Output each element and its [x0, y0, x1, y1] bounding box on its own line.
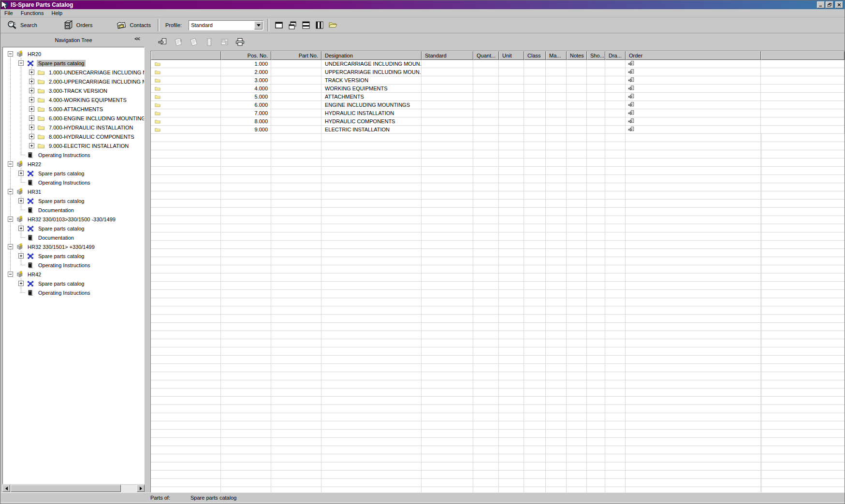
- tree-node-label[interactable]: HR22: [26, 161, 43, 168]
- tree-node-folder[interactable]: 9.000-ELECTRIC INSTALLATION: [3, 141, 144, 150]
- tree-node-hr22[interactable]: HR22: [3, 159, 144, 169]
- tree-node-label[interactable]: 2.000-UPPERCARRIAGE INCLUDING MO: [47, 78, 145, 85]
- tree-node-documentation[interactable]: Documentation: [3, 233, 144, 242]
- add-to-order-button[interactable]: [156, 36, 169, 48]
- tree-expand-toggle[interactable]: [29, 106, 34, 112]
- column-header-unit[interactable]: Unit: [499, 51, 524, 60]
- tree-node-folder[interactable]: 6.000-ENGINE INCLUDING MOUNTINGS: [3, 114, 144, 123]
- search-button[interactable]: Search: [4, 19, 39, 31]
- column-header-pos-no[interactable]: Pos. No.: [221, 51, 271, 60]
- table-row[interactable]: 2.000UPPERCARRIAGE INCLUDING MOUN...: [151, 68, 845, 76]
- tree-expand-toggle[interactable]: [29, 97, 34, 102]
- table-row[interactable]: 6.000ENGINE INCLUDING MOUNTINGS: [151, 101, 845, 109]
- tree-node-folder[interactable]: 5.000-ATTACHMENTS: [3, 104, 144, 114]
- tree-expand-toggle[interactable]: [29, 79, 34, 84]
- table-row[interactable]: 1.000UNDERCARRIAGE INCLUDING MOUN...: [151, 60, 845, 68]
- tree-node-spare-parts-catalog[interactable]: Spare parts catalog: [3, 169, 144, 178]
- tree-node-label[interactable]: 9.000-ELECTRIC INSTALLATION: [47, 143, 130, 149]
- table-row[interactable]: 5.000ATTACHMENTS: [151, 93, 845, 101]
- tree-node-hr32-b[interactable]: HR32 330/1501> +330/1499: [3, 242, 144, 251]
- tree-expand-toggle[interactable]: [18, 281, 24, 286]
- tree-node-documentation[interactable]: Documentation: [3, 205, 144, 215]
- tree-expand-toggle[interactable]: [29, 88, 34, 93]
- add-to-order-icon[interactable]: [627, 118, 635, 125]
- table-row[interactable]: 9.000ELECTRIC INSTALLATION: [151, 126, 845, 134]
- open-folder-button[interactable]: [326, 19, 340, 31]
- tree-node-label[interactable]: Operating Instructions: [37, 289, 92, 296]
- add-to-order-icon[interactable]: [627, 69, 635, 75]
- tree-node-label[interactable]: 7.000-HYDRAULIC INSTALLATION: [47, 124, 134, 131]
- tree-node-hr32-a[interactable]: HR32 330/0103>330/1500 -330/1499: [3, 215, 144, 224]
- copy-document-button[interactable]: [187, 36, 200, 48]
- tree-node-label[interactable]: 8.000-HYDRAULIC COMPONENTS: [47, 133, 136, 140]
- tree-node-label-selected[interactable]: Spare parts catalog: [37, 60, 86, 67]
- tree-expand-toggle[interactable]: [29, 125, 34, 130]
- tree-collapse-toggle[interactable]: [8, 244, 13, 249]
- tree-collapse-toggle[interactable]: [8, 51, 13, 57]
- tree-node-label[interactable]: Documentation: [37, 234, 75, 241]
- tree-node-folder[interactable]: 8.000-HYDRAULIC COMPONENTS: [3, 132, 144, 141]
- tree-node-label[interactable]: Spare parts catalog: [37, 225, 86, 232]
- tree-node-label[interactable]: Spare parts catalog: [37, 198, 86, 204]
- profile-dropdown-button[interactable]: [254, 21, 262, 29]
- print-button[interactable]: [233, 36, 246, 48]
- tree-node-hr20[interactable]: HR20: [3, 49, 144, 58]
- contacts-button[interactable]: Contacts: [114, 19, 152, 31]
- tree-node-operating-instructions[interactable]: Operating Instructions: [3, 150, 144, 159]
- tree-node-hr31[interactable]: HR31: [3, 187, 144, 196]
- tree-node-folder[interactable]: 7.000-HYDRAULIC INSTALLATION: [3, 123, 144, 132]
- tree-expand-toggle[interactable]: [29, 115, 34, 121]
- tree-node-folder[interactable]: 3.000-TRACK VERSION: [3, 86, 144, 95]
- menu-file[interactable]: File: [0, 10, 17, 16]
- orders-button[interactable]: Orders: [60, 19, 95, 31]
- column-header-standard[interactable]: Standard: [422, 51, 473, 60]
- tree-node-folder[interactable]: 1.000-UNDERCARRIAGE INCLUDING MO: [3, 68, 144, 77]
- split-vertical-button[interactable]: [313, 19, 326, 31]
- tree-node-label[interactable]: 1.000-UNDERCARRIAGE INCLUDING MO: [47, 69, 145, 76]
- add-to-order-icon[interactable]: [627, 60, 635, 67]
- filmstrip-button[interactable]: [203, 36, 215, 48]
- tree-node-label[interactable]: Operating Instructions: [37, 179, 92, 186]
- menu-help[interactable]: Help: [47, 10, 66, 16]
- add-to-order-icon[interactable]: [627, 101, 635, 108]
- column-header-dra[interactable]: Dra...: [605, 51, 626, 60]
- column-header-quantity[interactable]: Quant...: [473, 51, 499, 60]
- tree-node-folder[interactable]: 2.000-UPPERCARRIAGE INCLUDING MO: [3, 77, 144, 86]
- tree-collapse-toggle[interactable]: [8, 272, 13, 277]
- table-row[interactable]: 8.000HYDRAULIC COMPONENTS: [151, 117, 845, 126]
- menu-functions[interactable]: Functions: [17, 10, 48, 16]
- add-to-order-icon[interactable]: [627, 85, 635, 92]
- add-to-order-icon[interactable]: [627, 126, 635, 133]
- column-header-sho[interactable]: Sho...: [587, 51, 605, 60]
- scroll-left-button[interactable]: [2, 485, 10, 492]
- image-button[interactable]: [218, 36, 231, 48]
- tree-node-label[interactable]: Spare parts catalog: [37, 253, 86, 259]
- tree-node-label[interactable]: Spare parts catalog: [37, 280, 86, 287]
- split-horizontal-button[interactable]: [299, 19, 313, 31]
- column-header-order[interactable]: Order: [626, 51, 761, 60]
- column-header-notes[interactable]: Notes: [567, 51, 587, 60]
- column-header-icon[interactable]: [151, 51, 221, 60]
- tree-expand-toggle[interactable]: [29, 143, 34, 148]
- column-header-class[interactable]: Class: [524, 51, 546, 60]
- single-window-button[interactable]: [272, 19, 286, 31]
- tree-horizontal-scrollbar[interactable]: [2, 485, 145, 492]
- add-to-order-icon[interactable]: [627, 77, 635, 84]
- column-header-ma[interactable]: Ma...: [546, 51, 567, 60]
- tree-node-label[interactable]: Operating Instructions: [37, 152, 92, 158]
- tree-node-label[interactable]: 4.000-WORKING EQUIPMENTS: [47, 97, 128, 103]
- tree-expand-toggle[interactable]: [29, 70, 34, 75]
- tree-node-folder[interactable]: 4.000-WORKING EQUIPMENTS: [3, 95, 144, 104]
- add-to-order-icon[interactable]: [627, 110, 635, 116]
- tree-expand-toggle[interactable]: [18, 253, 24, 259]
- tree-node-label[interactable]: 3.000-TRACK VERSION: [47, 87, 109, 94]
- tree-node-operating-instructions[interactable]: Operating Instructions: [3, 260, 144, 270]
- tree-collapse-toggle[interactable]: [8, 189, 13, 194]
- add-to-order-icon[interactable]: [627, 93, 635, 100]
- tree-node-label[interactable]: 5.000-ATTACHMENTS: [47, 106, 104, 113]
- tree-node-label[interactable]: HR20: [26, 51, 43, 58]
- tree-collapse-toggle[interactable]: [8, 216, 13, 222]
- tree-node-operating-instructions[interactable]: Operating Instructions: [3, 288, 144, 297]
- tree-node-label[interactable]: HR32 330/0103>330/1500 -330/1499: [26, 216, 117, 223]
- table-row[interactable]: 3.000TRACK VERSION: [151, 76, 845, 85]
